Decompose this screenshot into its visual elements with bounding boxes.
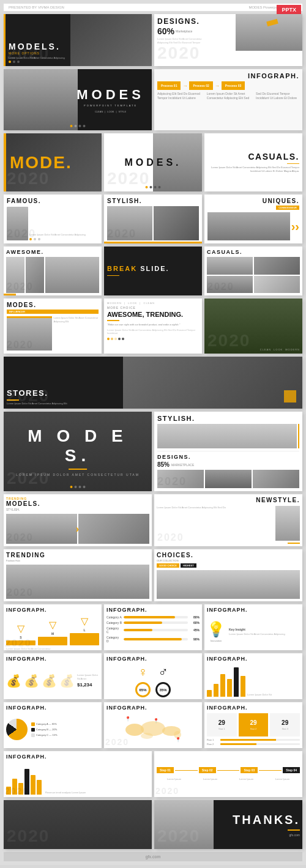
presenter-label: PRESENTED BY VIVMA DESIGN bbox=[9, 6, 64, 9]
casuals-body: Lorem Ipsum Dolor Sit Amet Consectetur A… bbox=[207, 166, 299, 173]
slide-row-1: MODELS. MORE OPTIONS Lorem Ipsum Dolor S… bbox=[4, 14, 302, 66]
mode-year: 2020 bbox=[7, 169, 50, 188]
mode-title: MODE. bbox=[10, 155, 72, 170]
slide-row-6: MODES. INFLUENCER Lorem Ipsum Dolor Sit … bbox=[4, 299, 302, 354]
pptx-badge: PPTX bbox=[277, 5, 301, 15]
choices-subtitle: OUR COLLECTION bbox=[157, 559, 300, 562]
slide-casuals-right: CASUALS. Lorem Ipsum Dolor Sit Amet Cons… bbox=[204, 133, 302, 191]
stylish-title: STYLISH. bbox=[107, 198, 199, 204]
slide-row-3: MODE. 2020 MODES. 2020 CASUALS. bbox=[4, 133, 302, 191]
hero-modes2-year: 2020 bbox=[7, 469, 50, 488]
inf-revenue-title: INFOGRAPH. bbox=[6, 754, 149, 760]
choices-subtag: HIGHEST bbox=[181, 563, 196, 568]
presenter-bar: PRESENTED BY VIVMA DESIGN MODES Powerpoi… bbox=[4, 4, 302, 11]
bottom-watermark: gfx.com bbox=[4, 852, 302, 861]
slide-row-4: FAMOUS. Lorem Ipsum Dolor Sit Amet Conse… bbox=[4, 195, 302, 243]
hero-modes-label2: LOOK bbox=[107, 110, 114, 113]
infograph-slide-6: INFOGRAPH. Lorem Ipsum Dolor Sit bbox=[204, 653, 302, 699]
uniques-tag: CONNOISSEUR bbox=[276, 206, 299, 210]
flow-box-1: Step 01 bbox=[157, 767, 174, 773]
infograph-slide-7: INFOGRAPH. Category A — 65% Category B —… bbox=[4, 702, 102, 748]
inf5-title: INFOGRAPH. bbox=[106, 656, 200, 662]
slide-flow-yellow: Step 01 Step 02 Step 03 Step 04 Lorem Ip… bbox=[154, 751, 302, 797]
more-choice-quote: "Make our own style with our branded pro… bbox=[107, 323, 199, 327]
infograph-revenue: INFOGRAPH. Revenue trend analysis Lorem … bbox=[4, 751, 152, 797]
newstyle-year: 2020 bbox=[157, 532, 184, 543]
slide-modes-sm: MODES. INFLUENCER Lorem Ipsum Dolor Sit … bbox=[4, 299, 102, 354]
stores-year: 2020 bbox=[7, 386, 50, 406]
casuals2-title: CASUALS. bbox=[207, 249, 300, 255]
slide-thanks: THANKS. gfx.com 2020 bbox=[154, 800, 302, 849]
slide-uniques: UNIQUES. CONNOISSEUR ›› bbox=[204, 195, 302, 243]
outdoor-year: 2020 bbox=[207, 331, 250, 351]
modes-sm-tag: INFLUENCER bbox=[7, 310, 99, 314]
hero-modes-label1: CLEAN bbox=[95, 110, 103, 113]
slide-more-choice: MODERN | LOOK | CLEAN MORE CHOICE AWESOM… bbox=[104, 299, 202, 354]
slide-stores: STORES. Lorem Ipsum Dolor Sit Amet Conse… bbox=[4, 357, 302, 409]
thanks-watermark: gfx.com bbox=[289, 833, 300, 837]
slide-newstyle: NEWSTYLE. Lorem Ipsum Dolor Sit Amet Con… bbox=[154, 494, 302, 546]
modes-white-year: 2020 bbox=[107, 169, 150, 188]
hero-modes-title: MODES bbox=[76, 87, 144, 103]
more-choice-body: Lorem Ipsum Dolor Sit Amet Consectetur A… bbox=[107, 328, 199, 335]
slide-models2: TRENDING MODELS. STYLISH. › 2020 bbox=[4, 494, 152, 546]
trending-title: TRENDING bbox=[6, 552, 149, 558]
infograph-slide-8: INFOGRAPH. 📍 📍 📍 bbox=[104, 702, 202, 748]
newstyle-title: NEWSTYLE. bbox=[157, 497, 300, 503]
choices-title: CHOICES. bbox=[157, 552, 300, 558]
designs-year: 2020 bbox=[157, 43, 200, 63]
slide-stylish: STYLISH. 2020 bbox=[104, 195, 202, 243]
break-highlight: BREAK bbox=[107, 265, 137, 272]
inf2-title: INFOGRAPH. bbox=[106, 607, 200, 613]
slide-choices: CHOICES. OUR COLLECTION GOOD CHOICE HIGH… bbox=[154, 549, 302, 601]
slide-modes-white: MODES. 2020 bbox=[104, 133, 202, 191]
casuals-title: CASUALS. bbox=[248, 152, 299, 161]
inf7-title: INFOGRAPH. bbox=[6, 705, 99, 711]
awesome-title: AWESOME. bbox=[6, 249, 99, 255]
famous-year: 2020 bbox=[7, 228, 36, 240]
choices-tag: GOOD CHOICE bbox=[157, 563, 179, 568]
slide-famous: FAMOUS. Lorem Ipsum Dolor Sit Amet Conse… bbox=[4, 195, 102, 243]
designs2-tag: MARKETPLACE bbox=[171, 463, 194, 467]
infograph-slide-2: INFOGRAPH. Category A 80% Category B 60%… bbox=[104, 604, 202, 650]
more-choice-headline: MORE CHOICE bbox=[107, 306, 199, 310]
flow-box-3: Step 03 bbox=[241, 767, 258, 773]
inf4-title: INFOGRAPH. bbox=[6, 656, 99, 662]
inf6-title: INFOGRAPH. bbox=[207, 656, 300, 662]
slide-row-10: TRENDING Fashion Hub 2020 CHOICES. OUR C… bbox=[4, 549, 302, 601]
infograph-row-3: INFOGRAPH. Category A — 65% Category B —… bbox=[4, 702, 302, 748]
designs2-pct: 85% bbox=[157, 461, 170, 468]
hero-modes-subtitle: POWERPOINT TEMPLATE bbox=[76, 104, 144, 107]
infograph-slide-3: INFOGRAPH. 💡 Innovation Key Insight Lore… bbox=[204, 604, 302, 650]
stylish2-year: 2020 bbox=[157, 475, 187, 488]
inf1-title: INFOGRAPH. bbox=[6, 607, 99, 613]
inf9-title: INFOGRAPH. bbox=[207, 705, 300, 711]
thanks-year: 2020 bbox=[157, 826, 200, 846]
inf8-title: INFOGRAPH. bbox=[106, 705, 200, 711]
models-year: 2020 bbox=[7, 43, 50, 63]
slide-row-thanks: 2020 THANKS. gfx.com 2020 bbox=[4, 800, 302, 849]
page-wrapper: PRESENTED BY VIVMA DESIGN MODES Powerpoi… bbox=[0, 0, 306, 865]
modes-sm-title: MODES. bbox=[7, 302, 99, 308]
infograph-row-2: INFOGRAPH. 💰 💰 💰 💰 Lorem Ipsum Dolor Sit… bbox=[4, 653, 302, 699]
svg-point-3 bbox=[141, 733, 153, 739]
slide-infograph-header: INFOGRAPH. Process 01 → Process 02 → Pro… bbox=[154, 69, 302, 130]
slide-row-9: TRENDING MODELS. STYLISH. › 2020 NEWSTYL… bbox=[4, 494, 302, 546]
infograph-slide-4: INFOGRAPH. 💰 💰 💰 💰 Lorem Ipsum Dolor Sit… bbox=[4, 653, 102, 699]
modes-sm-year: 2020 bbox=[7, 339, 34, 351]
slide-row-7: STORES. Lorem Ipsum Dolor Sit Amet Conse… bbox=[4, 357, 302, 409]
infograph-row-1: INFOGRAPH. ▽ S ▽ M ▽ L bbox=[4, 604, 302, 650]
flow-box-4: Step 04 bbox=[283, 767, 300, 773]
infograph-slide-1: INFOGRAPH. ▽ S ▽ M ▽ L bbox=[4, 604, 102, 650]
slide-blank-dark: 2020 bbox=[4, 800, 152, 849]
slide-break: BREAK SLIDE. bbox=[104, 247, 202, 295]
stylish2-title: STYLISH. bbox=[157, 415, 299, 422]
more-choice-labels: MODERN | LOOK | CLEAN bbox=[107, 302, 155, 305]
designs2-title: DESIGNS. bbox=[157, 454, 299, 460]
slide-mode-dark: MODE. 2020 bbox=[4, 133, 102, 191]
models2-year: 2020 bbox=[7, 532, 34, 543]
slide-awesome: AWESOME. 2020 bbox=[4, 247, 102, 295]
models2-stylish: STYLISH. bbox=[6, 508, 149, 511]
slide-outdoor-dark: CLEAN LOOK MODERN 2020 bbox=[204, 299, 302, 354]
slide-hero-modes: MODES POWERPOINT TEMPLATE CLEAN | LOOK |… bbox=[4, 69, 152, 130]
